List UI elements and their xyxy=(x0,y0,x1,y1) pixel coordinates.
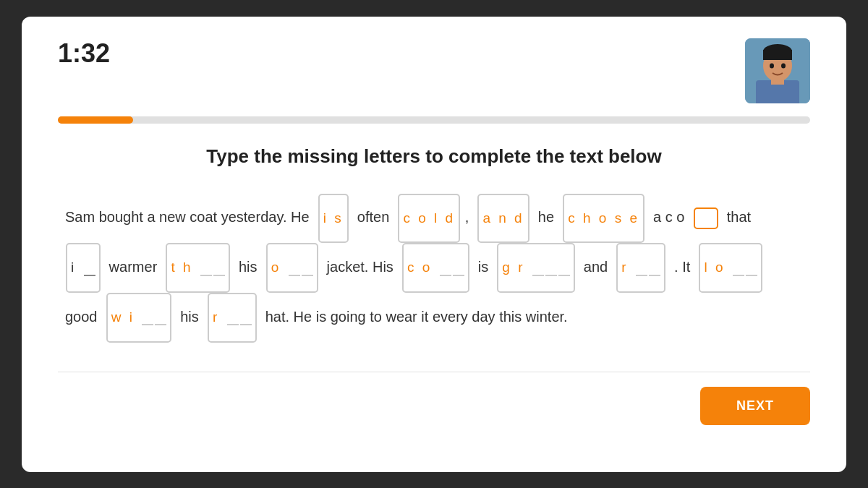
blank10 xyxy=(558,260,570,276)
box-o-blank[interactable]: o xyxy=(266,243,318,293)
box-chose[interactable]: c h o s e xyxy=(563,194,644,244)
box-lo-blank[interactable]: l o xyxy=(699,243,762,293)
blank6 xyxy=(440,260,451,276)
blank4 xyxy=(289,260,300,276)
box-cursor[interactable] xyxy=(694,207,718,229)
avatar xyxy=(745,38,810,103)
box-r2-blank[interactable]: r xyxy=(208,293,257,343)
letter-i: i xyxy=(323,197,328,241)
blank2 xyxy=(200,260,212,276)
instruction-text: Type the missing letters to complete the… xyxy=(58,145,810,168)
blank16 xyxy=(155,309,166,325)
blank12 xyxy=(649,260,660,276)
box-th-blank[interactable]: t h xyxy=(166,243,229,293)
exercise-text: Sam bought a new coat yesterday. He i s … xyxy=(58,194,810,343)
bottom-bar: NEXT xyxy=(58,387,810,425)
box-and[interactable]: a n d xyxy=(477,194,529,244)
progress-bar xyxy=(58,116,810,124)
box-is[interactable]: i s xyxy=(318,194,349,244)
timer-display: 1:32 xyxy=(58,38,110,69)
blank5 xyxy=(302,260,313,276)
blank1 xyxy=(84,260,95,276)
box-cold[interactable]: c o l d xyxy=(398,194,460,244)
blank17 xyxy=(227,309,239,325)
svg-point-6 xyxy=(770,63,774,68)
blank3 xyxy=(213,260,225,276)
blank7 xyxy=(453,260,464,276)
main-card: 1:32 Type xyxy=(22,17,846,472)
line1-before: Sam bought a new coat yesterday. He xyxy=(65,209,313,225)
blank14 xyxy=(746,260,757,276)
svg-point-7 xyxy=(781,63,786,68)
box-gr-blank[interactable]: g r xyxy=(497,243,574,293)
top-bar: 1:32 xyxy=(58,38,810,103)
divider xyxy=(58,372,810,372)
blank15 xyxy=(142,309,153,325)
line1: Sam bought a new coat yesterday. He i s … xyxy=(65,209,751,225)
blank8 xyxy=(532,260,544,276)
cursor-blank xyxy=(700,210,713,226)
box-i-blank[interactable]: i xyxy=(66,243,101,293)
next-button[interactable]: NEXT xyxy=(700,387,810,425)
box-wi-blank[interactable]: w i xyxy=(106,293,172,343)
box-r-blank[interactable]: r xyxy=(616,243,665,293)
progress-fill xyxy=(58,116,133,124)
box-co-blank[interactable]: c o xyxy=(402,243,469,293)
blank9 xyxy=(545,260,557,276)
blank13 xyxy=(733,260,744,276)
blank18 xyxy=(240,309,252,325)
letter-s: s xyxy=(334,197,344,241)
svg-rect-5 xyxy=(763,50,792,60)
blank11 xyxy=(636,260,647,276)
line3: good w i his r hat. He is going to wear … xyxy=(65,293,803,343)
line2: i warmer t h his o jacket. His c o is g … xyxy=(65,243,803,293)
